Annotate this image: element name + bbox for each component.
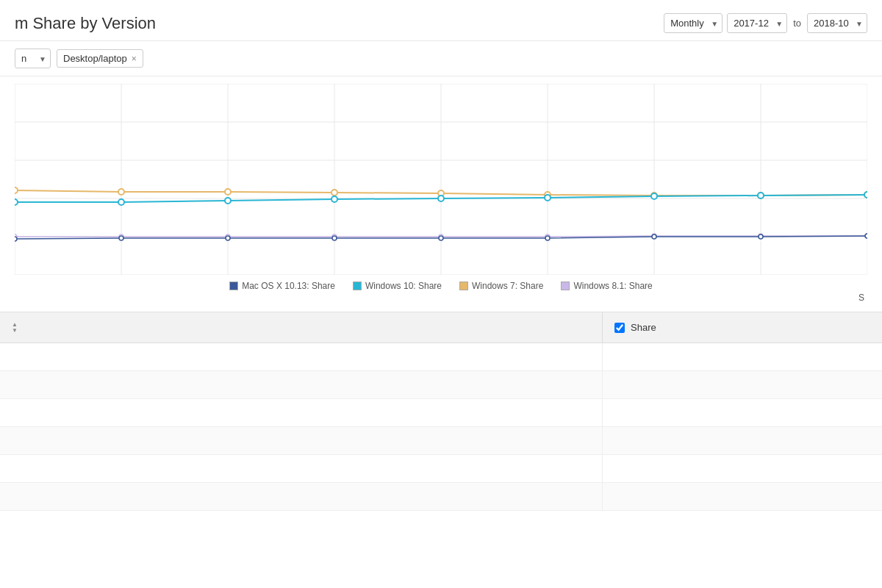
cell-right <box>603 483 882 510</box>
filter-tag-label: Desktop/laptop <box>63 53 127 64</box>
svg-point-28 <box>438 196 444 201</box>
filter-bar: n All ▼ Desktop/laptop × <box>0 41 882 76</box>
table-col-left-header: ▲ ▼ <box>0 312 603 343</box>
svg-point-45 <box>332 236 337 240</box>
cell-right <box>603 371 882 398</box>
chart-area: 2018-02 2018-03 2018-04 2018-05 2018-06 … <box>15 84 867 275</box>
date-to-select-wrapper[interactable]: 2018-10 2018-08 2018-09 2018-11 2018-12 … <box>807 13 867 33</box>
svg-point-18 <box>331 190 337 196</box>
table-row <box>0 455 882 483</box>
cell-right <box>603 455 882 482</box>
table-row <box>0 371 882 399</box>
svg-point-49 <box>759 234 763 239</box>
svg-point-27 <box>331 196 337 202</box>
to-label: to <box>793 18 801 29</box>
svg-point-25 <box>118 199 124 205</box>
date-to-select[interactable]: 2018-10 2018-08 2018-09 2018-11 2018-12 <box>807 13 867 33</box>
svg-point-30 <box>651 193 657 199</box>
legend-label-win7: Windows 7: Share <box>472 281 543 291</box>
sort-arrows[interactable]: ▲ ▼ <box>12 322 18 334</box>
frequency-select[interactable]: Monthly Daily Weekly Yearly <box>664 13 723 33</box>
legend-swatch-win81 <box>561 282 570 290</box>
legend-label-win10: Windows 10: Share <box>365 281 442 291</box>
table-section: ▲ ▼ Share <box>0 312 882 511</box>
legend-swatch-win10 <box>353 282 362 290</box>
cell-right <box>603 427 882 454</box>
svg-point-46 <box>439 236 443 240</box>
date-from-select-wrapper[interactable]: 2017-12 2017-09 2017-10 2017-11 2018-01 … <box>727 13 787 33</box>
chart-svg: 2018-02 2018-03 2018-04 2018-05 2018-06 … <box>15 84 867 275</box>
share-checkbox[interactable] <box>614 323 625 333</box>
svg-point-16 <box>118 189 124 195</box>
filter-tag[interactable]: Desktop/laptop × <box>57 49 143 68</box>
page-title: m Share by Version <box>15 14 156 33</box>
filter-tag-remove[interactable]: × <box>132 54 137 64</box>
cell-left <box>0 483 603 510</box>
table-row <box>0 343 882 371</box>
share-col-label: Share <box>631 322 656 333</box>
table-header-row: ▲ ▼ Share <box>0 312 882 343</box>
svg-point-42 <box>15 237 17 241</box>
svg-point-32 <box>864 192 867 198</box>
svg-point-47 <box>545 236 550 240</box>
frequency-select-wrapper[interactable]: Monthly Daily Weekly Yearly ▼ <box>664 13 723 33</box>
legend-item-win10: Windows 10: Share <box>353 281 442 291</box>
legend-item-macos: Mac OS X 10.13: Share <box>229 281 335 291</box>
legend-swatch-macos <box>229 282 238 290</box>
table-row <box>0 483 882 511</box>
filter-dropdown-wrapper[interactable]: n All ▼ <box>15 49 51 68</box>
svg-point-17 <box>225 189 231 195</box>
legend-item-win7: Windows 7: Share <box>459 281 543 291</box>
cell-left <box>0 343 603 370</box>
cell-right <box>603 399 882 426</box>
svg-point-15 <box>15 187 18 193</box>
table-row <box>0 427 882 455</box>
svg-point-31 <box>758 193 764 198</box>
cell-right <box>603 343 882 370</box>
filter-dropdown[interactable]: n All <box>15 49 51 68</box>
svg-point-24 <box>15 199 18 205</box>
svg-point-48 <box>652 234 656 239</box>
legend-item-win81: Windows 8.1: Share <box>561 281 652 291</box>
s-label: S <box>15 293 867 303</box>
cell-left <box>0 371 603 398</box>
table-row <box>0 399 882 427</box>
svg-point-44 <box>226 236 230 240</box>
svg-point-26 <box>225 198 231 204</box>
svg-point-50 <box>865 234 867 238</box>
date-from-select[interactable]: 2017-12 2017-09 2017-10 2017-11 2018-01 <box>727 13 787 33</box>
svg-point-43 <box>119 236 123 240</box>
legend-label-macos: Mac OS X 10.13: Share <box>242 281 335 291</box>
legend-label-win81: Windows 8.1: Share <box>573 281 652 291</box>
legend-swatch-win7 <box>459 282 468 290</box>
cell-left <box>0 455 603 482</box>
svg-point-29 <box>545 195 551 201</box>
chart-container: 2018-02 2018-03 2018-04 2018-05 2018-06 … <box>0 76 882 312</box>
cell-left <box>0 399 603 426</box>
header-bar: m Share by Version Monthly Daily Weekly … <box>0 0 882 41</box>
table-col-right-header: Share <box>603 312 882 343</box>
table-body <box>0 343 882 511</box>
cell-left <box>0 427 603 454</box>
header-controls: Monthly Daily Weekly Yearly ▼ 2017-12 20… <box>664 13 867 33</box>
